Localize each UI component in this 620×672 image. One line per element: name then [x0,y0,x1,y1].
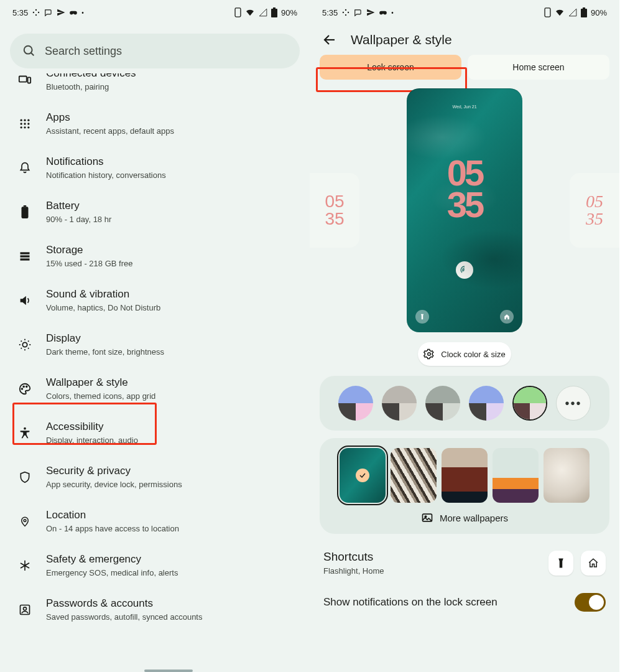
display-icon [17,337,32,352]
more-wallpapers-button[interactable]: More wallpapers [330,511,599,524]
scrollbar[interactable] [144,670,193,672]
settings-item-subtitle: Assistant, recent apps, default apps [46,126,292,136]
svg-point-16 [27,123,29,124]
settings-item-connected-devices[interactable]: Connected devicesBluetooth, pairing [0,73,310,101]
settings-item-wallpaper-style[interactable]: Wallpaper & styleColors, themed icons, a… [0,366,310,411]
settings-item-apps[interactable]: AppsAssistant, recent apps, default apps [0,101,310,146]
svg-rect-23 [21,255,30,257]
lock-preview-row: 05 35 Wed, Jun 21 05 35 05 35 [310,86,619,335]
back-icon[interactable] [322,32,337,47]
svg-point-26 [22,388,23,390]
battery-percent: 90% [281,8,297,17]
signal-icon [259,8,267,17]
svg-rect-35 [345,14,346,16]
svg-point-28 [26,386,27,387]
settings-item-subtitle: 90% - 1 day, 18 hr [46,215,292,224]
settings-item-title: Battery [46,200,292,212]
wallpaper-thumb-2[interactable] [391,448,437,503]
chat-icon [354,8,363,17]
settings-item-title: Accessibility [46,421,292,433]
palette-swatch-3[interactable] [425,386,460,421]
settings-item-title: Storage [46,244,292,256]
settings-screen: 5:35 • 90% Search settings Connected dev… [0,0,310,672]
battery-icon [271,7,277,17]
clock-option-prev[interactable]: 05 35 [310,173,359,248]
shortcuts-row[interactable]: Shortcuts Flashlight, Home [310,541,619,584]
status-time: 5:35 [322,8,338,17]
toggle-knob [589,595,604,610]
accessibility-icon [17,426,32,441]
settings-item-notifications[interactable]: NotificationsNotification history, conve… [0,146,310,190]
wallpaper-picker-panel: More wallpapers [320,438,609,534]
settings-item-location[interactable]: LocationOn - 14 apps have access to loca… [0,499,310,543]
settings-item-title: Display [46,332,292,345]
search-placeholder: Search settings [45,45,122,58]
phone-outline-icon [234,7,241,17]
settings-item-subtitle: Colors, themed icons, app grid [46,391,292,401]
storage-icon [17,249,32,264]
settings-item-display[interactable]: DisplayDark theme, font size, brightness [0,322,310,366]
settings-item-storage[interactable]: Storage15% used - 218 GB free [0,234,310,278]
svg-point-17 [21,126,22,128]
search-settings[interactable]: Search settings [10,34,300,68]
settings-item-accessibility[interactable]: AccessibilityDisplay, interaction, audio [0,411,310,455]
palette-more[interactable] [556,386,591,421]
tab-lock-screen[interactable]: Lock screen [320,55,461,80]
svg-rect-10 [28,77,31,83]
image-icon [421,511,433,524]
svg-point-30 [24,519,26,521]
settings-item-sound-vibration[interactable]: Sound & vibrationVolume, haptics, Do Not… [0,278,310,322]
svg-point-41 [428,353,431,356]
settings-item-passwords-accounts[interactable]: Passwords & accountsSaved passwords, aut… [0,587,310,632]
location-icon [17,514,32,529]
slack-icon [32,8,40,17]
settings-item-security-privacy[interactable]: Security & privacyApp security, device l… [0,455,310,499]
svg-rect-24 [21,258,30,260]
slack-icon [341,8,350,17]
settings-item-subtitle: Bluetooth, pairing [46,82,292,91]
svg-point-11 [21,119,22,121]
wallpaper-thumb-1[interactable] [340,448,386,503]
lock-notifications-row[interactable]: Show notifications on the lock screen [310,584,619,620]
settings-item-subtitle: Notification history, conversations [46,170,292,180]
wallpaper-thumb-4[interactable] [493,448,539,503]
palette-swatch-4[interactable] [469,386,504,421]
game-icon [379,8,387,17]
tab-home-screen[interactable]: Home screen [468,55,609,80]
bell-icon [17,161,32,175]
asterisk-icon [17,558,32,573]
palette-swatch-5[interactable] [512,386,547,421]
svg-point-19 [27,126,29,128]
settings-item-title: Passwords & accounts [46,597,292,610]
settings-list: Connected devicesBluetooth, pairingAppsA… [0,73,310,632]
svg-rect-9 [19,76,27,82]
home-icon [588,558,599,569]
person-box-icon [17,602,32,617]
wallpaper-style-screen: 5:35 • 90% Wallpaper & style Lock screen… [310,0,619,672]
svg-rect-34 [345,9,346,11]
home-chip[interactable] [581,551,606,576]
settings-item-battery[interactable]: Battery90% - 1 day, 18 hr [0,190,310,234]
settings-item-safety-emergency[interactable]: Safety & emergencyEmergency SOS, medical… [0,543,310,587]
palette-swatch-1[interactable] [338,386,373,421]
settings-item-subtitle: Volume, haptics, Do Not Disturb [46,303,292,312]
lock-screen-preview[interactable]: Wed, Jun 21 05 35 [407,88,522,332]
svg-rect-39 [581,9,587,17]
search-icon [22,44,36,58]
signal-icon [568,8,577,17]
clock-color-size-chip[interactable]: Clock color & size [418,342,511,366]
settings-item-title: Connected devices [46,73,292,80]
wallpaper-row [330,448,599,503]
clock-option-next[interactable]: 05 35 [570,173,619,248]
home-shortcut-preview [500,310,514,324]
lock-notifications-toggle[interactable] [575,593,606,612]
status-bar: 5:35 • 90% [310,0,619,25]
palette-swatch-2[interactable] [382,386,417,421]
wallpaper-thumb-3[interactable] [442,448,488,503]
wallpaper-thumb-5[interactable] [544,448,590,503]
flashlight-chip[interactable] [548,551,573,576]
color-palette-panel [320,376,609,431]
preview-date: Wed, Jun 21 [452,105,476,109]
svg-rect-33 [343,12,344,13]
shortcuts-title: Shortcuts [323,550,384,564]
